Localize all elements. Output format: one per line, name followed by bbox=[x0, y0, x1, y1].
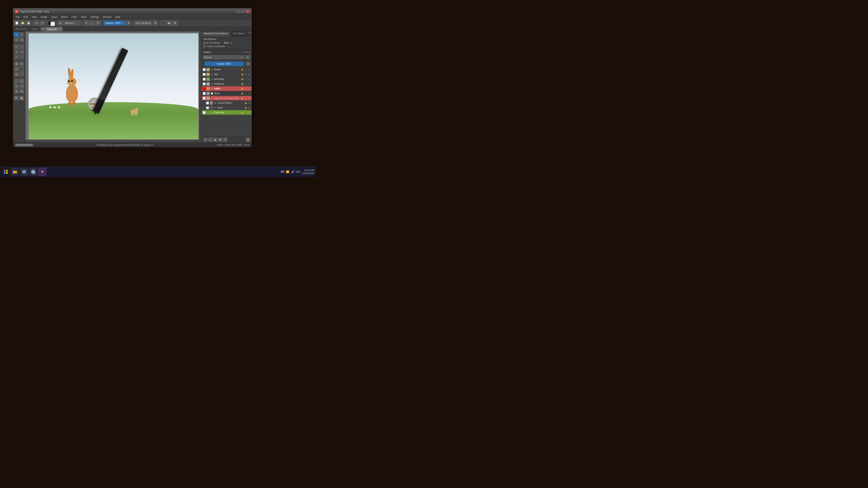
select-ellipse-tool[interactable]: ◯ bbox=[19, 78, 24, 83]
cursor-tool[interactable]: ↖ bbox=[14, 37, 19, 42]
layer-paint-overlay[interactable]: 🖌 Paint here for Overlay mode 🔒 ⬚ ✕ bbox=[202, 96, 251, 101]
layer-opacity-bar[interactable]: Opacity: 100% bbox=[205, 61, 244, 66]
menu-tools[interactable]: Tools bbox=[79, 15, 88, 19]
layer-vis-notes[interactable] bbox=[203, 92, 206, 95]
eraser-btn[interactable]: ⬚ bbox=[90, 21, 95, 26]
arc-tool[interactable]: ⌒ bbox=[19, 55, 24, 59]
mirror-btn[interactable]: ⬛ bbox=[161, 21, 166, 26]
zoom-tool[interactable]: 🔍 bbox=[14, 96, 19, 100]
layer-del-landscape[interactable]: ✕ bbox=[248, 78, 251, 81]
layer-dog[interactable]: 🖌 dog 🔒 ⬚ ✕ bbox=[202, 72, 251, 77]
minimize-button[interactable]: ─ bbox=[236, 10, 240, 13]
gradient-tool[interactable]: ◫ bbox=[14, 72, 19, 76]
menu-edit[interactable]: Edit bbox=[22, 15, 30, 19]
tab-advanced-color[interactable]: Advanced Color Selector bbox=[202, 31, 230, 36]
layers-filter-icon[interactable]: ⊟ bbox=[246, 51, 248, 53]
brush-preset-toggle[interactable]: 🖌 bbox=[58, 21, 63, 26]
layer-blend-mode-dropdown[interactable]: Normal ▼ bbox=[203, 55, 244, 59]
maximize-button[interactable]: □ bbox=[241, 10, 245, 13]
horizontal-scrollbar[interactable] bbox=[25, 140, 202, 142]
redo-btn[interactable]: ↪ bbox=[40, 21, 45, 26]
select-similar-tool[interactable]: ⊗ bbox=[19, 89, 24, 94]
layer-del-notes[interactable]: ✕ bbox=[248, 92, 251, 95]
layer-lock-invert[interactable]: 🔒 bbox=[244, 106, 247, 109]
ellipse-tool[interactable]: ○ bbox=[19, 44, 24, 49]
line-tool[interactable]: ╱ bbox=[14, 55, 19, 59]
warp-tool[interactable]: ⊡ bbox=[19, 61, 24, 66]
layer-vis-flowers[interactable] bbox=[203, 68, 206, 71]
canvas-wrapper[interactable] bbox=[25, 31, 202, 142]
layer-options-btn[interactable]: ≡ bbox=[245, 55, 250, 59]
layer-landscape[interactable]: 🖌 landscape 🔒 ⬚ ✕ bbox=[202, 77, 251, 82]
tab-close-icon[interactable]: ✕ bbox=[58, 28, 60, 30]
layer-flowers[interactable]: 🖌 flowers 🔒 ⬚ ✕ bbox=[202, 67, 251, 72]
layer-invert[interactable]: ⊛ Invert 🔒 ✕ bbox=[202, 105, 251, 110]
layer-hedgehog[interactable]: 🖌 hedgehog 🔒 ⬚ ✕ bbox=[202, 82, 251, 86]
select-magic-tool[interactable]: ✦ bbox=[19, 84, 24, 89]
layer-del-paint-here[interactable]: ✕ bbox=[248, 111, 251, 114]
menu-filter[interactable]: Filter bbox=[70, 15, 79, 19]
size-options-btn[interactable]: ▼ bbox=[153, 21, 158, 26]
layer-copy-rabbit[interactable]: ⬚ bbox=[244, 87, 247, 90]
blend-mode-dropdown[interactable]: Normal ▼ bbox=[64, 21, 81, 25]
taskbar-explorer[interactable] bbox=[11, 168, 19, 176]
layer-cloned-pattern[interactable]: ⊕ Cloned Pattern 🔒 ✕ bbox=[202, 101, 251, 105]
new-file-btn[interactable]: 📄 bbox=[14, 21, 19, 26]
layer-options-btn-2[interactable]: ≡ bbox=[223, 137, 227, 142]
layer-lock-dog[interactable]: 🔒 bbox=[241, 73, 244, 76]
layer-lock-paint-here[interactable]: 🔒 bbox=[241, 111, 244, 114]
menu-settings[interactable]: Settings bbox=[89, 15, 101, 19]
start-button[interactable] bbox=[2, 168, 10, 176]
size-control[interactable]: Size: 50.00 px bbox=[134, 21, 152, 25]
layer-vis-paint-here[interactable] bbox=[203, 111, 206, 114]
layer-rabbit[interactable]: 🖌 rabbit 🔒 ⬚ ✕ bbox=[202, 86, 251, 91]
polygon-tool[interactable]: △ bbox=[14, 50, 19, 54]
menu-window[interactable]: Window bbox=[101, 15, 113, 19]
layer-lock-cloned[interactable]: 🔒 bbox=[244, 101, 247, 104]
layer-vis-cloned[interactable] bbox=[206, 101, 209, 104]
layer-lock-flowers[interactable]: 🔒 bbox=[241, 68, 244, 71]
layers-close-icon[interactable]: ✕ bbox=[248, 51, 250, 53]
play-btn[interactable]: ▶ bbox=[167, 21, 172, 26]
arrow-btn[interactable]: ⬆ bbox=[173, 21, 178, 26]
taskbar-file-manager[interactable] bbox=[20, 168, 28, 176]
save-file-btn[interactable]: 💾 bbox=[26, 21, 31, 26]
settings-icon[interactable]: ⚙ bbox=[40, 27, 44, 31]
brush-tool[interactable]: ✏ bbox=[14, 32, 19, 37]
panel-close-icon[interactable]: ✕ bbox=[250, 31, 251, 36]
bg-color-btn[interactable] bbox=[51, 22, 55, 26]
layer-lock-rabbit[interactable]: 🔒 bbox=[241, 87, 244, 90]
layer-copy-flowers[interactable]: ⬚ bbox=[244, 68, 247, 71]
add-layer-btn[interactable]: + bbox=[203, 137, 208, 142]
move-down-layer-btn[interactable]: ▼ bbox=[218, 137, 222, 142]
delete-layer-btn[interactable]: 🗑 bbox=[246, 137, 250, 142]
layer-del-flowers[interactable]: ✕ bbox=[248, 68, 251, 71]
layer-del-rabbit[interactable]: ✕ bbox=[248, 87, 251, 90]
layer-copy-dog[interactable]: ⬚ bbox=[244, 73, 247, 76]
snap-assistants-checkbox[interactable] bbox=[203, 45, 206, 47]
layer-del-paint-overlay[interactable]: ✕ bbox=[248, 97, 251, 100]
layer-vis-rabbit[interactable] bbox=[203, 87, 206, 90]
menu-select[interactable]: Select bbox=[59, 15, 69, 19]
rect-tool[interactable]: ▭ bbox=[14, 44, 19, 49]
menu-layer[interactable]: Layer bbox=[50, 15, 59, 19]
taskbar-krita[interactable] bbox=[38, 168, 46, 176]
check-layer-btn[interactable]: ✓ bbox=[208, 137, 212, 142]
transform-tool[interactable]: ⊞ bbox=[14, 61, 19, 66]
taskbar-chrome[interactable] bbox=[29, 168, 37, 176]
select-contiguous-tool[interactable]: ⊕ bbox=[14, 89, 19, 94]
layer-del-invert[interactable]: ✕ bbox=[248, 106, 251, 109]
freehand-tool[interactable]: 〜 bbox=[19, 50, 24, 54]
layer-opacity-options-btn[interactable]: ≡ bbox=[246, 62, 250, 66]
layer-copy-notes[interactable]: ⬚ bbox=[244, 92, 247, 95]
opacity-control[interactable]: Opacity: 100% ▼ bbox=[103, 21, 125, 25]
layer-vis-invert[interactable] bbox=[206, 106, 209, 109]
layers-expand-icon[interactable]: ⬛ bbox=[242, 51, 245, 53]
panel-expand-icon[interactable]: ⬛ bbox=[247, 31, 250, 36]
layer-copy-hedgehog[interactable]: ⬚ bbox=[244, 83, 247, 86]
layer-vis-dog[interactable] bbox=[203, 73, 206, 76]
select-lasso-tool[interactable]: ⌀ bbox=[14, 84, 19, 89]
opacity-options-btn[interactable]: ▼ bbox=[126, 21, 131, 26]
layer-del-cloned[interactable]: ✕ bbox=[248, 101, 251, 104]
pan-tool[interactable]: ✋ bbox=[19, 96, 24, 100]
